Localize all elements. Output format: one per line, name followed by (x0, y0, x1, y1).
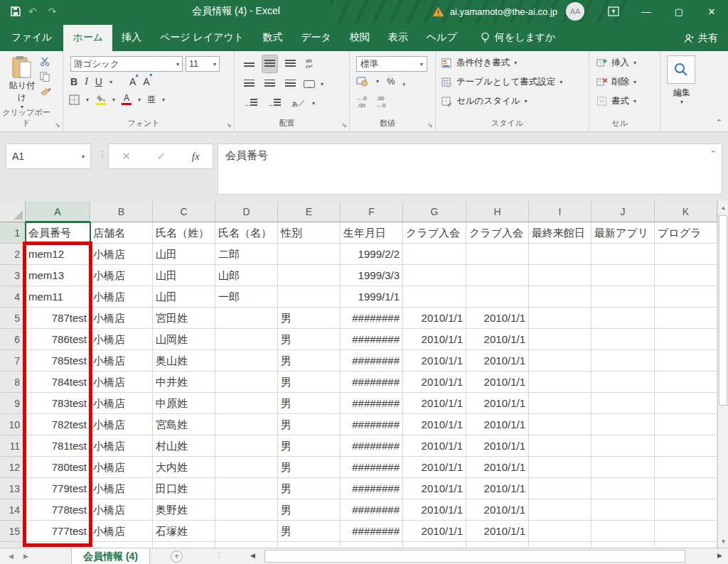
conditional-formatting-button[interactable]: 条件付き書式▾ (441, 57, 517, 69)
bold-button[interactable]: B (70, 76, 77, 87)
cell-J3[interactable] (592, 265, 655, 286)
cell-E6[interactable]: 男 (278, 329, 341, 350)
save-icon[interactable] (10, 6, 21, 17)
sheet-tab-active[interactable]: 会員情報 (4) (71, 548, 150, 564)
cell-C6[interactable]: 山岡姓 (153, 329, 215, 350)
cell-G14[interactable]: 2010/1/1 (403, 499, 466, 521)
cell-B2[interactable]: 小橋店 (90, 244, 153, 265)
close-button[interactable]: ✕ (695, 0, 728, 23)
name-box[interactable]: A1 ▾ (6, 143, 91, 169)
cell-G16[interactable]: 2010/1/1 (403, 542, 466, 548)
cell-A9[interactable]: 783test (26, 393, 90, 414)
cell-K11[interactable] (655, 435, 717, 457)
cell-G9[interactable]: 2010/1/1 (403, 393, 466, 414)
cell-C8[interactable]: 中井姓 (153, 372, 215, 393)
cell-G4[interactable] (403, 286, 466, 308)
row-header-6[interactable]: 6 (0, 329, 26, 350)
top-align-icon[interactable] (242, 55, 257, 72)
cell-B8[interactable]: 小橋店 (90, 372, 153, 393)
cell-E8[interactable]: 男 (278, 372, 341, 393)
cell-G1[interactable]: クラブ入会 (403, 222, 466, 244)
cell-G8[interactable]: 2010/1/1 (403, 372, 466, 393)
row-header-4[interactable]: 4 (0, 286, 26, 308)
cell-D4[interactable]: 一郎 (215, 286, 278, 308)
cell-K9[interactable] (655, 393, 717, 414)
fill-color-dropdown-icon[interactable]: ▾ (112, 97, 115, 103)
grow-font-button[interactable]: A▲ (129, 76, 136, 87)
cell-D6[interactable] (215, 329, 278, 350)
cell-F15[interactable]: ######## (341, 521, 403, 542)
cell-J12[interactable] (592, 457, 655, 478)
tab-help[interactable]: ヘルプ (417, 25, 466, 51)
cell-A1[interactable]: 会員番号 (26, 222, 90, 244)
cell-F10[interactable]: ######## (341, 414, 403, 435)
cell-C10[interactable]: 宮島姓 (153, 414, 215, 435)
font-dialog-launcher-icon[interactable]: ⇘ (226, 121, 232, 129)
cell-K8[interactable] (655, 372, 717, 393)
borders-icon[interactable] (69, 94, 80, 105)
name-box-dropdown-icon[interactable]: ▾ (82, 153, 85, 160)
cell-K3[interactable] (655, 265, 717, 286)
format-cells-button[interactable]: 書式▾ (596, 95, 636, 107)
collapse-ribbon-icon[interactable]: ⌃ (716, 118, 722, 127)
cancel-icon[interactable]: ✕ (122, 150, 131, 163)
cell-I15[interactable] (529, 521, 592, 542)
ribbon-display-options-icon[interactable] (597, 0, 630, 23)
cell-J4[interactable] (592, 286, 655, 308)
number-format-combo[interactable]: 標準▾ (356, 56, 427, 72)
cell-A6[interactable]: 786test (26, 329, 90, 350)
cell-J11[interactable] (592, 435, 655, 457)
cell-F6[interactable]: ######## (341, 329, 403, 350)
tab-home[interactable]: ホーム (63, 25, 112, 51)
wrap-text-icon[interactable]: abc↵ (304, 56, 316, 72)
cell-F16[interactable]: ######## (341, 542, 403, 548)
merge-center-icon[interactable]: ↔ (304, 80, 315, 88)
font-color-dropdown-icon[interactable]: ▾ (138, 97, 141, 103)
cell-F8[interactable]: ######## (341, 372, 403, 393)
cell-styles-button[interactable]: セルのスタイル▾ (441, 95, 528, 107)
cell-I1[interactable]: 最終来館日 (529, 222, 592, 244)
editing-button[interactable]: 編集 ▾ (667, 55, 697, 105)
tell-me-search[interactable]: 何をしますか (471, 25, 566, 51)
orientation-icon[interactable]: ぁ⟋ (289, 96, 306, 111)
sheet-nav-right-icon[interactable]: ▶ (23, 553, 28, 560)
hscroll-right-icon[interactable]: ▶ (717, 552, 722, 559)
maximize-button[interactable]: ▢ (663, 0, 695, 23)
cell-G15[interactable]: 2010/1/1 (403, 521, 466, 542)
cell-H3[interactable] (466, 265, 529, 286)
cell-C5[interactable]: 宮田姓 (153, 308, 215, 329)
column-header-E[interactable]: E (278, 201, 341, 222)
cell-A10[interactable]: 782test (26, 414, 90, 435)
bottom-align-icon[interactable] (283, 55, 298, 72)
cell-K10[interactable] (655, 414, 717, 435)
paste-button[interactable]: 貼り付け ▾ (6, 55, 38, 110)
shrink-font-button[interactable]: A▼ (143, 76, 149, 87)
cell-C12[interactable]: 大内姓 (153, 457, 215, 478)
tab-data[interactable]: データ (291, 25, 341, 51)
tab-view[interactable]: 表示 (379, 25, 417, 51)
tab-review[interactable]: 校閲 (341, 25, 379, 51)
cell-F13[interactable]: ######## (341, 478, 403, 499)
tab-formulas[interactable]: 数式 (253, 25, 291, 51)
cell-I10[interactable] (529, 414, 592, 435)
cell-G2[interactable] (403, 244, 466, 265)
cell-H1[interactable]: クラブ入会 (466, 222, 529, 244)
column-header-B[interactable]: B (90, 201, 153, 222)
cell-H7[interactable]: 2010/1/1 (466, 350, 529, 372)
cell-C9[interactable]: 中原姓 (153, 393, 215, 414)
cell-B4[interactable]: 小橋店 (90, 286, 153, 308)
cell-G5[interactable]: 2010/1/1 (403, 308, 466, 329)
column-header-I[interactable]: I (529, 201, 592, 222)
tab-insert[interactable]: 挿入 (112, 25, 151, 51)
clipboard-dialog-launcher-icon[interactable]: ⇘ (55, 121, 60, 129)
format-as-table-button[interactable]: テーブルとして書式設定▾ (441, 76, 562, 88)
cell-G6[interactable]: 2010/1/1 (403, 329, 466, 350)
cell-E10[interactable]: 男 (278, 414, 341, 435)
cell-G10[interactable]: 2010/1/1 (403, 414, 466, 435)
currency-dropdown-icon[interactable]: ▾ (376, 78, 379, 85)
cell-I5[interactable] (529, 308, 592, 329)
cell-D12[interactable] (215, 457, 278, 478)
cell-A12[interactable]: 780test (26, 457, 90, 478)
ruby-button[interactable]: 亜 (147, 94, 156, 106)
cell-E4[interactable] (278, 286, 341, 308)
